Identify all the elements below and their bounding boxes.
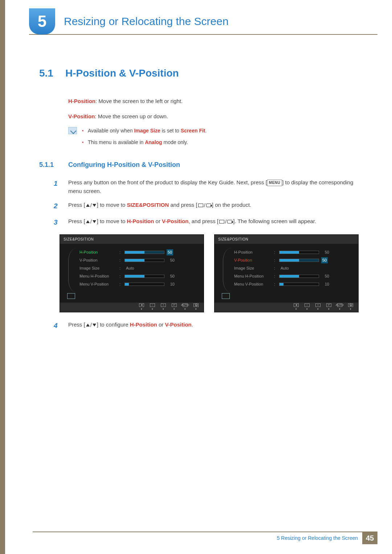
page-content: 5.1 H-Position & V-Position H-Position: …	[39, 65, 359, 336]
osd-footer-key: ⏻▾	[193, 303, 199, 311]
osd-panel-h-position: SIZE&POSITION H-Position:50V-Position:50…	[60, 234, 204, 312]
osd-row-value: 10	[319, 281, 329, 287]
up-down-icon: /	[85, 321, 97, 329]
page-number: 45	[362, 532, 377, 544]
osd-row-value: 50	[319, 249, 329, 255]
osd-row-label: Menu V-Position	[234, 281, 274, 287]
menu-button-label: MENU	[267, 180, 282, 186]
v-position-definition: V-Position: Move the screen up or down.	[68, 112, 359, 120]
osd-row-label: Menu H-Position	[79, 273, 119, 279]
osd-row-label: Image Size	[79, 265, 119, 271]
osd-menu-row: Image Size:Auto	[79, 264, 199, 272]
osd-footer-key: −▾	[305, 303, 310, 311]
osd-footer-key: AUTO▾	[337, 303, 342, 311]
osd-footer-key: ↵▾	[172, 303, 177, 311]
osd-row-label: H-Position	[79, 249, 119, 255]
osd-footer-key: +▾	[161, 303, 166, 311]
up-down-icon: /	[85, 201, 97, 210]
osd-row-value: 50	[167, 249, 173, 255]
osd-footer-buttons: ◄▾−▾+▾↵▾AUTO▾⏻▾	[215, 303, 358, 312]
osd-category-icon	[67, 293, 75, 299]
subsection-title: Configuring H-Position & V-Position	[68, 160, 180, 170]
osd-menu-row: H-Position:50	[234, 248, 353, 256]
osd-footer-key: ◄▾	[294, 303, 299, 311]
section-title: H-Position & V-Position	[65, 65, 179, 81]
osd-footer-key: AUTO▾	[183, 303, 188, 311]
h-position-desc: : Move the screen to the left or right.	[95, 98, 183, 104]
step-4: 4 Press [/] to configure H-Position or V…	[54, 320, 359, 331]
osd-screenshots: SIZE&POSITION H-Position:50V-Position:50…	[60, 234, 359, 312]
osd-menu-row: V-Position:50	[79, 256, 199, 264]
osd-menu-row: Menu H-Position:50	[234, 272, 353, 280]
step-list: 1 Press any button on the front of the p…	[54, 178, 359, 228]
osd-menu-row: Menu H-Position:50	[79, 272, 199, 280]
osd-panel-v-position: SIZE&POSITION H-Position:50V-Position:50…	[214, 234, 359, 312]
osd-category-icon	[222, 293, 230, 299]
osd-menu-row: Image Size:Auto	[234, 264, 353, 272]
step-3: 3 Press [/] to move to H-Position or V-P…	[54, 217, 359, 228]
up-down-icon: /	[85, 217, 97, 226]
note-line-1: Available only when Image Size is set to…	[82, 127, 207, 135]
enter-source-icon: /	[197, 201, 212, 210]
osd-row-value: 50	[164, 273, 175, 279]
subsection-heading: 5.1.1 Configuring H-Position & V-Positio…	[39, 160, 359, 170]
osd-row-label: V-Position	[79, 257, 119, 263]
footer-chapter-ref: 5 Resizing or Relocating the Screen	[277, 535, 358, 541]
osd-row-value: 10	[164, 281, 175, 287]
chapter-title: Resizing or Relocating the Screen	[64, 15, 229, 28]
note-block: Available only when Image Size is set to…	[68, 127, 359, 150]
osd-row-value: Auto	[279, 265, 289, 271]
osd-row-label: H-Position	[234, 249, 274, 255]
v-position-desc: : Move the screen up or down.	[95, 113, 168, 119]
osd-menu-row: H-Position:50	[79, 248, 199, 256]
osd-row-value: 50	[164, 257, 175, 263]
note-line-2: This menu is available in Analog mode on…	[82, 139, 207, 147]
enter-source-icon: /	[219, 217, 233, 226]
h-position-label: H-Position	[68, 98, 95, 104]
section-heading: 5.1 H-Position & V-Position	[39, 65, 359, 81]
step-list-continued: 4 Press [/] to configure H-Position or V…	[54, 320, 359, 331]
h-position-definition: H-Position: Move the screen to the left …	[68, 97, 359, 105]
subsection-number: 5.1.1	[39, 160, 68, 170]
osd-footer-key: ⏻▾	[348, 303, 353, 311]
osd-footer-key: −▾	[150, 303, 155, 311]
v-position-label: V-Position	[68, 113, 95, 119]
osd-row-value: 50	[321, 257, 328, 263]
page-stripe	[0, 0, 5, 554]
osd-footer-key: ◄▾	[139, 303, 144, 311]
osd-footer-buttons: ◄▾−▾+▾↵▾AUTO▾⏻▾	[60, 303, 204, 312]
osd-row-label: Image Size	[234, 265, 274, 271]
osd-menu-row: V-Position:50	[234, 256, 353, 264]
chapter-header: 5 Resizing or Relocating the Screen	[29, 9, 377, 35]
osd-row-label: Menu V-Position	[79, 281, 119, 287]
step-2: 2 Press [/] to move to SIZE&POSITION and…	[54, 201, 359, 212]
step-1: 1 Press any button on the front of the p…	[54, 178, 359, 196]
osd-footer-key: +▾	[315, 303, 320, 311]
chapter-number-badge: 5	[29, 8, 55, 34]
page-footer: 5 Resizing or Relocating the Screen 45	[33, 532, 377, 544]
osd-row-label: V-Position	[234, 257, 274, 263]
osd-row-label: Menu H-Position	[234, 273, 274, 279]
osd-row-value: 50	[319, 273, 329, 279]
osd-menu-row: Menu V-Position:10	[234, 280, 353, 288]
note-icon	[68, 127, 77, 134]
osd-menu-row: Menu V-Position:10	[79, 280, 199, 288]
section-number: 5.1	[39, 65, 65, 81]
osd-title: SIZE&POSITION	[60, 235, 204, 244]
osd-row-value: Auto	[124, 265, 134, 271]
osd-footer-key: ↵▾	[326, 303, 331, 311]
osd-title: SIZE&POSITION	[215, 235, 358, 244]
